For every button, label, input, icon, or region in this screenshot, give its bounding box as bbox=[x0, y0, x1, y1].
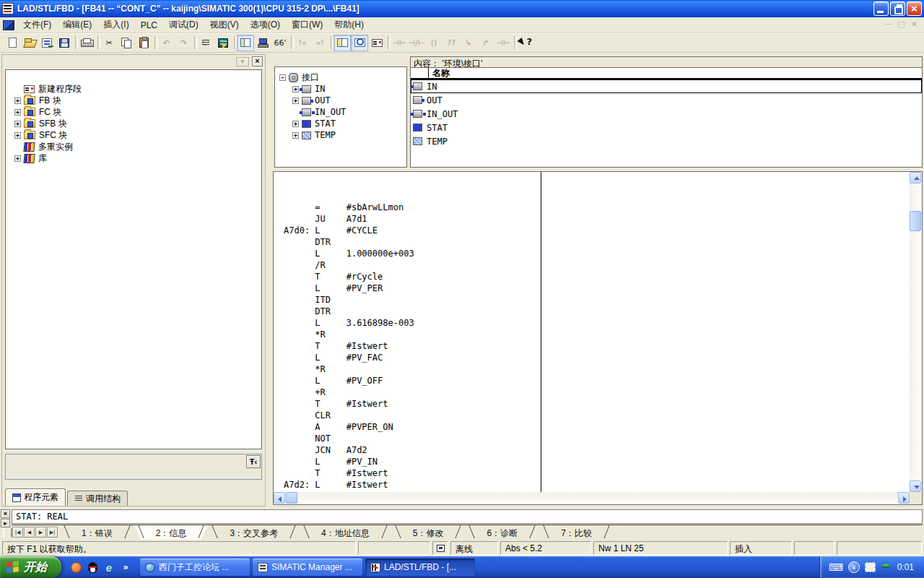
horizontal-scrollbar[interactable] bbox=[274, 492, 910, 504]
toolbar-button[interactable]: ?? bbox=[443, 35, 460, 51]
next-message-button[interactable]: ▸ bbox=[1, 519, 10, 527]
code-line[interactable]: L #PV_FAC bbox=[284, 352, 907, 363]
code-line[interactable]: DTR bbox=[284, 236, 907, 248]
toolbar-button[interactable] bbox=[237, 35, 254, 51]
toolbar-button[interactable]: ⊣⊢ bbox=[494, 35, 512, 51]
toolbar-button[interactable] bbox=[214, 35, 232, 51]
menu-item[interactable]: 编辑(E) bbox=[57, 17, 97, 33]
code-line[interactable]: JU A7d1 bbox=[284, 213, 907, 225]
expander-icon[interactable] bbox=[292, 121, 299, 127]
expander-icon[interactable] bbox=[14, 155, 21, 162]
jump-to-source-button[interactable]: Ŧ‹ bbox=[246, 455, 261, 468]
tree-item[interactable]: 多重实例 bbox=[6, 141, 261, 152]
program-elements-tree[interactable]: 新建程序段 FB 块 FC 块 SFB 块 bbox=[5, 69, 262, 449]
tree-item[interactable]: SFC 块 bbox=[6, 129, 261, 141]
toolbar-button[interactable]: () bbox=[425, 35, 443, 51]
toolbar-button[interactable] bbox=[254, 35, 271, 51]
tree-item[interactable]: FB 块 bbox=[6, 95, 261, 106]
code-line[interactable]: = #sbArwLLmon bbox=[284, 202, 907, 213]
toolbar-button[interactable]: ↳ bbox=[460, 35, 477, 51]
vertical-scrollbar[interactable] bbox=[910, 172, 922, 492]
code-line[interactable]: A7d2: L #Istwert bbox=[284, 479, 907, 491]
quick-launch-item[interactable] bbox=[70, 561, 82, 573]
message-tab[interactable]: 4：地址信息 bbox=[300, 525, 391, 540]
toolbar-button[interactable] bbox=[368, 35, 385, 51]
toolbar-button[interactable] bbox=[4, 35, 21, 51]
tree-item[interactable]: IN bbox=[275, 83, 406, 95]
task-button[interactable]: LAD/STL/FBD - [... bbox=[365, 558, 475, 576]
expander-icon[interactable] bbox=[292, 98, 299, 104]
close-message-panel-button[interactable]: × bbox=[1, 509, 10, 518]
tree-item[interactable]: OUT bbox=[275, 95, 406, 106]
toolbar-button[interactable] bbox=[38, 35, 56, 51]
toolbar-button[interactable] bbox=[517, 35, 534, 51]
code-line[interactable]: *R bbox=[284, 329, 907, 340]
tree-item[interactable]: 库 bbox=[6, 152, 261, 164]
tree-item[interactable]: FC 块 bbox=[6, 106, 261, 118]
menu-item[interactable]: 调试(D) bbox=[163, 17, 204, 33]
code-line[interactable]: ITD bbox=[284, 294, 907, 306]
expander-icon[interactable] bbox=[14, 132, 21, 139]
menu-item[interactable]: 帮助(H) bbox=[328, 17, 370, 33]
overview-tab[interactable]: 程序元素 bbox=[5, 488, 66, 506]
input-method-icon[interactable] bbox=[865, 562, 876, 572]
code-editor-pane[interactable]: = #sbArwLLmon JU A7d1A7d0: L #CYCLE DTR … bbox=[273, 171, 923, 505]
code-line[interactable]: JCN A7d2 bbox=[284, 444, 907, 456]
tree-item[interactable]: 新建程序段 bbox=[6, 83, 261, 95]
scrollbar-thumb[interactable] bbox=[286, 492, 297, 504]
toolbar-button[interactable] bbox=[56, 35, 73, 51]
declaration-row[interactable]: OUT bbox=[411, 93, 922, 107]
last-tab-icon[interactable]: ▶| bbox=[47, 527, 58, 538]
mdi-close-button[interactable]: × bbox=[909, 20, 920, 30]
code-line[interactable]: *R bbox=[284, 363, 907, 375]
toolbar-button[interactable]: ⊣⊢ bbox=[391, 35, 408, 51]
message-tab[interactable]: 7：比较 bbox=[539, 525, 614, 540]
prev-tab-icon[interactable]: ◀ bbox=[24, 527, 35, 538]
toolbar-button[interactable]: ✂ bbox=[100, 35, 118, 51]
code-line[interactable]: T #Istwert bbox=[284, 467, 907, 479]
stl-code[interactable]: = #sbArwLLmon JU A7d1A7d0: L #CYCLE DTR … bbox=[284, 167, 907, 492]
message-tab[interactable]: 6：诊断 bbox=[465, 525, 539, 540]
scroll-left-icon[interactable] bbox=[274, 492, 285, 504]
menu-item[interactable]: 文件(F) bbox=[17, 17, 57, 33]
toolbar-button[interactable] bbox=[351, 35, 368, 51]
tree-item[interactable]: STAT bbox=[275, 118, 406, 129]
menu-item[interactable]: 视图(V) bbox=[204, 17, 245, 33]
code-line[interactable]: NOT bbox=[284, 433, 907, 444]
scroll-right-icon[interactable] bbox=[898, 492, 910, 504]
chevron-down-icon[interactable]: ▼ bbox=[236, 57, 249, 66]
menu-item[interactable]: 窗口(W) bbox=[286, 17, 328, 33]
task-button[interactable]: SIMATIC Manager ... bbox=[253, 558, 362, 576]
mdi-child-icon[interactable] bbox=[3, 20, 14, 30]
toolbar-button[interactable] bbox=[78, 35, 95, 51]
close-button[interactable] bbox=[907, 1, 922, 16]
code-line[interactable]: A #PVPER_ON bbox=[284, 421, 907, 433]
next-tab-icon[interactable]: ▶ bbox=[35, 527, 46, 538]
declaration-row[interactable]: IN_OUT bbox=[411, 107, 922, 121]
menu-item[interactable]: PLC bbox=[135, 18, 163, 33]
code-line[interactable]: T #Istwert bbox=[284, 340, 907, 352]
message-tab[interactable]: 2：信息 bbox=[134, 525, 209, 540]
quick-launch-item[interactable]: » bbox=[120, 561, 131, 573]
toolbar-button[interactable]: ↱ bbox=[477, 35, 494, 51]
code-line[interactable]: +R bbox=[284, 387, 907, 398]
expander-icon[interactable] bbox=[14, 121, 21, 127]
scroll-up-icon[interactable] bbox=[910, 172, 921, 184]
keyboard-icon[interactable]: ⌨ bbox=[829, 561, 843, 573]
code-line[interactable]: L 1.000000e+003 bbox=[284, 248, 907, 259]
toolbar-button[interactable]: 66' bbox=[271, 35, 289, 51]
scroll-down-icon[interactable] bbox=[910, 480, 921, 492]
expander-icon[interactable] bbox=[279, 74, 286, 81]
code-line[interactable]: L #PV_OFF bbox=[284, 375, 907, 387]
minimize-button[interactable] bbox=[873, 1, 889, 16]
clock[interactable]: 0:01 bbox=[897, 562, 914, 572]
expander-icon[interactable] bbox=[14, 98, 21, 104]
tree-item[interactable]: IN_OUT bbox=[275, 106, 406, 118]
task-button[interactable]: 西门子工控论坛 ... bbox=[140, 558, 250, 576]
toolbar-button[interactable]: !« bbox=[294, 35, 311, 51]
code-line[interactable]: /R bbox=[284, 259, 907, 271]
code-line[interactable]: CLR bbox=[284, 410, 907, 421]
tree-item-interface-root[interactable]: 接口 bbox=[275, 72, 406, 83]
mdi-minimize-button[interactable]: ─ bbox=[883, 20, 894, 30]
code-line[interactable]: L 3.616898e-003 bbox=[284, 317, 907, 329]
